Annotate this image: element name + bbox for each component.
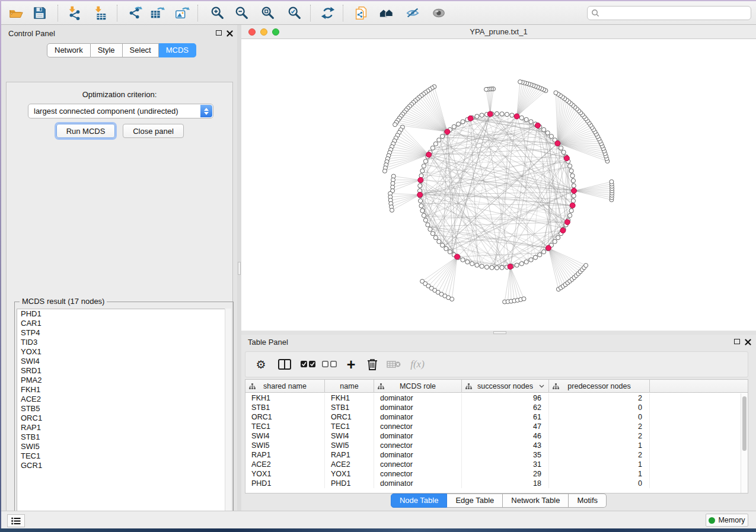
float-panel-icon[interactable] (216, 30, 222, 36)
result-node[interactable]: SRD1 (17, 366, 231, 376)
tab-network[interactable]: Network (47, 43, 91, 57)
table-body: FKH1FKH1dominator962STB1STB1dominator620… (245, 393, 741, 493)
close-panel-icon[interactable] (227, 30, 233, 37)
table-row-stb1[interactable]: STB1STB1dominator620 (245, 403, 741, 412)
table-row-fkh1[interactable]: FKH1FKH1dominator962 (245, 393, 741, 403)
cell: PHD1 (245, 479, 325, 488)
tab-edge-table[interactable]: Edge Table (447, 493, 503, 508)
import-network-button[interactable] (65, 4, 83, 22)
column-chooser-button[interactable] (274, 354, 295, 374)
criterion-select[interactable]: largest connected component (undirected) (28, 104, 213, 118)
result-node[interactable]: ORC1 (17, 414, 231, 423)
column-header-mcds-role[interactable]: MCDS role (374, 380, 462, 393)
import-table-button[interactable] (91, 4, 109, 22)
tab-select[interactable]: Select (123, 43, 159, 57)
column-header-successor-nodes[interactable]: successor nodes (462, 380, 549, 393)
result-node[interactable]: GCR1 (17, 461, 231, 470)
zoom-out-button[interactable] (233, 4, 251, 22)
result-node[interactable]: PMA2 (17, 376, 231, 385)
toolbar-separator (197, 5, 198, 21)
memory-button[interactable]: Memory (706, 514, 748, 527)
result-node[interactable]: RAP1 (17, 423, 231, 432)
tab-motifs[interactable]: Motifs (569, 493, 607, 508)
horizontal-splitter[interactable] (241, 331, 756, 335)
result-node[interactable]: PHD1 (17, 309, 231, 319)
network-snapshot-button[interactable] (352, 4, 370, 22)
toolbar-separator (310, 5, 311, 21)
export-table-button[interactable] (148, 4, 166, 22)
column-type-icon (553, 383, 559, 389)
search-icon (591, 9, 599, 17)
column-header-name[interactable]: name (325, 380, 374, 393)
zoom-out-icon (234, 5, 250, 21)
export-table-icon (149, 5, 165, 21)
result-node[interactable]: CAR1 (17, 319, 231, 328)
splitter-grip[interactable] (493, 331, 506, 334)
result-node[interactable]: STP4 (17, 328, 231, 338)
result-node[interactable]: STB1 (17, 432, 231, 442)
mcds-result-list[interactable]: PHD1CAR1STP4TID3YOX1SWI4SRD1PMA2FKH1ACE2… (17, 309, 231, 520)
refresh-layout-button[interactable] (319, 4, 337, 22)
column-header-shared-name[interactable]: shared name (245, 380, 325, 393)
zoom-in-button[interactable] (209, 4, 227, 22)
scrollbar-thumb[interactable] (742, 396, 747, 451)
export-image-button[interactable] (173, 4, 191, 22)
show-all-button[interactable] (430, 4, 448, 22)
add-column-button[interactable]: + (340, 354, 362, 374)
float-panel-icon[interactable] (734, 339, 740, 344)
result-node[interactable]: STB5 (17, 404, 231, 414)
search-box[interactable] (587, 6, 751, 20)
close-panel-icon[interactable] (745, 339, 751, 345)
result-node[interactable]: SWI5 (17, 442, 231, 451)
open-file-button[interactable] (7, 4, 25, 22)
delete-table-button[interactable] (383, 354, 404, 374)
first-neighbors-button[interactable] (378, 4, 395, 22)
column-header-predecessor-nodes[interactable]: predecessor nodes (549, 380, 650, 393)
tab-node-table[interactable]: Node Table (391, 493, 448, 508)
result-node[interactable]: FKH1 (17, 385, 231, 395)
zoom-selected-button[interactable] (286, 4, 304, 22)
zoom-fit-button[interactable] (259, 4, 277, 22)
table-row-ace2[interactable]: ACE2ACE2connector311 (245, 460, 741, 469)
table-row-rap1[interactable]: RAP1RAP1dominator352 (245, 450, 741, 460)
result-node[interactable]: SWI4 (17, 357, 231, 366)
save-session-button[interactable] (31, 4, 49, 22)
table-row-swi4[interactable]: SWI4SWI4dominator462 (245, 431, 741, 441)
delete-column-button[interactable] (362, 354, 383, 374)
table-row-swi5[interactable]: SWI5SWI5connector431 (245, 441, 741, 450)
table-row-tec1[interactable]: TEC1TEC1connector472 (245, 422, 741, 431)
result-list-scrollbar[interactable] (225, 309, 231, 520)
cell: YOX1 (325, 469, 374, 479)
result-node[interactable]: TID3 (17, 338, 231, 347)
search-input[interactable] (602, 9, 751, 18)
table-settings-button[interactable]: ⚙ (250, 354, 272, 374)
vertical-splitter[interactable] (237, 25, 241, 511)
tab-style[interactable]: Style (91, 43, 123, 57)
cell: FKH1 (325, 393, 374, 403)
result-node[interactable]: ACE2 (17, 395, 231, 404)
close-panel-button[interactable]: Close panel (123, 124, 184, 138)
run-mcds-button[interactable]: Run MCDS (56, 124, 115, 138)
splitter-grip[interactable] (238, 262, 241, 275)
network-canvas[interactable] (241, 39, 756, 331)
table-scrollbar[interactable] (741, 393, 748, 493)
deselect-all-button[interactable] (319, 354, 340, 374)
task-history-button[interactable] (7, 514, 25, 527)
tab-network-table[interactable]: Network Table (503, 493, 569, 508)
network-graph[interactable] (241, 39, 756, 331)
table-row-phd1[interactable]: PHD1PHD1dominator180 (245, 479, 741, 488)
cell: ORC1 (325, 412, 374, 422)
function-builder-button[interactable]: f(x) (404, 354, 430, 374)
result-node[interactable]: TEC1 (17, 451, 231, 461)
select-all-button[interactable] (298, 354, 319, 374)
cell: SWI5 (245, 441, 325, 450)
result-node[interactable]: YOX1 (17, 347, 231, 357)
delete-table-icon (387, 360, 401, 368)
table-row-orc1[interactable]: ORC1ORC1dominator610 (245, 412, 741, 422)
mcds-result-group: MCDS result (17 nodes) PHD1CAR1STP4TID3Y… (14, 302, 234, 522)
hide-selected-button[interactable] (404, 4, 422, 22)
table-row-yox1[interactable]: YOX1YOX1connector291 (245, 469, 741, 479)
cell: ORC1 (245, 412, 325, 422)
export-network-button[interactable] (126, 4, 144, 22)
tab-mcds[interactable]: MCDS (159, 43, 196, 57)
